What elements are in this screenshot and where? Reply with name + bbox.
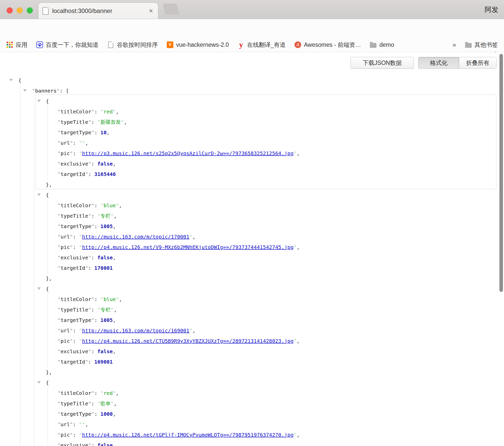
bookmark-awesomes[interactable]: A Awesomes - 前端资… bbox=[294, 41, 361, 49]
json-property: "targetType": 1005, bbox=[0, 221, 116, 232]
json-property: "url": "", bbox=[0, 419, 88, 430]
bookmark-label: 百度一下，你就知道 bbox=[46, 41, 99, 49]
window-minimize-button[interactable] bbox=[17, 7, 23, 13]
bookmark-youdao[interactable]: y 在线翻译_有道 bbox=[237, 41, 286, 49]
profile-name[interactable]: 阿发 bbox=[485, 5, 498, 14]
json-value-string: 歌单 bbox=[101, 400, 111, 407]
json-link[interactable]: http://p3.music.126.net/s25q2x5QyqsAzilC… bbox=[82, 150, 293, 156]
json-property: "pic": "http://p4.music.126.net/V9-MXz6b… bbox=[0, 242, 300, 252]
json-property: "targetType": 10, bbox=[0, 127, 110, 138]
json-link[interactable]: http://p4.music.126.net/tGPljf-IMOCyPvum… bbox=[82, 432, 293, 438]
json-value-number: 1005 bbox=[101, 223, 113, 229]
json-value-string: red bbox=[104, 109, 113, 115]
json-object-open: { bbox=[0, 190, 49, 200]
json-property: "targetType": 1005, bbox=[0, 315, 116, 325]
other-bookmarks-label: 其他书签 bbox=[474, 41, 498, 49]
json-value-string: blue bbox=[104, 296, 116, 302]
json-property: "pic": "http://p4.music.126.net/tGPljf-I… bbox=[0, 430, 300, 440]
json-property: "typeTitle": "专栏", bbox=[0, 305, 117, 315]
bookmark-folder-demo[interactable]: demo bbox=[370, 41, 394, 48]
json-value-boolean: false bbox=[97, 442, 113, 446]
new-tab-button[interactable] bbox=[163, 4, 180, 15]
bookmarks-overflow-icon[interactable]: » bbox=[453, 41, 456, 49]
json-property: "typeTitle": "新碟首发", bbox=[0, 117, 127, 127]
bookmark-apps[interactable]: 应用 bbox=[6, 41, 27, 49]
json-array-open: "banners": [ bbox=[0, 86, 69, 96]
youdao-icon: y bbox=[237, 41, 245, 48]
json-value-number: 3165446 bbox=[94, 171, 116, 177]
window-close-button[interactable] bbox=[7, 7, 13, 13]
json-value-string: 新碟首发 bbox=[101, 119, 121, 125]
bookmark-label: Awesomes - 前端资… bbox=[304, 41, 361, 49]
browser-tab[interactable]: localhost:3000/banner × bbox=[38, 3, 158, 19]
json-object-close: }, bbox=[0, 273, 52, 284]
json-property: "exclusive": false, bbox=[0, 346, 116, 357]
bookmark-google-sort[interactable]: 谷歌按时间排序 bbox=[107, 41, 158, 49]
page-icon bbox=[107, 41, 114, 48]
json-link[interactable]: http://p4.music.126.net/V9-MXz6b2MNhEKju… bbox=[82, 244, 293, 250]
json-value-boolean: false bbox=[97, 161, 113, 167]
json-property: "exclusive": false, bbox=[0, 252, 116, 263]
json-link[interactable]: http://music.163.com/m/topic/170001 bbox=[82, 234, 189, 240]
bookmark-label: demo bbox=[379, 41, 394, 48]
json-property: "typeTitle": "歌单", bbox=[0, 398, 117, 409]
bookmark-label: 应用 bbox=[16, 41, 27, 49]
json-value-string: red bbox=[104, 390, 113, 396]
other-bookmarks[interactable]: 其他书签 bbox=[465, 41, 498, 49]
json-property: "titleColor": "blue", bbox=[0, 200, 122, 211]
folder-icon bbox=[465, 41, 472, 48]
json-value-string: blue bbox=[104, 202, 116, 209]
json-object-open: { bbox=[0, 284, 49, 294]
json-object-open: { bbox=[0, 378, 49, 388]
vue-icon: V bbox=[166, 41, 174, 48]
json-value-string: 专栏 bbox=[101, 213, 111, 219]
json-property: "targetId": 3165446 bbox=[0, 169, 116, 180]
window-zoom-button[interactable] bbox=[27, 7, 33, 13]
json-value-number: 10 bbox=[101, 129, 107, 136]
json-link[interactable]: http://p4.music.126.net/CTU5B9R9y3XyYBZX… bbox=[82, 338, 293, 344]
bookmark-baidu[interactable]: 百度一下，你就知道 bbox=[36, 41, 99, 49]
json-property: "titleColor": "red", bbox=[0, 388, 119, 398]
json-object-open: { bbox=[0, 96, 49, 107]
tab-close-icon[interactable]: × bbox=[148, 7, 154, 14]
window-tab-strip: localhost:3000/banner × 阿发 bbox=[0, 0, 504, 19]
json-property: "typeTitle": "专栏", bbox=[0, 211, 117, 221]
json-object-close: }, bbox=[0, 367, 52, 378]
json-value-number: 1005 bbox=[101, 317, 113, 323]
json-property: "titleColor": "red", bbox=[0, 107, 119, 117]
json-property: "targetType": 1000, bbox=[0, 409, 116, 419]
bookmark-label: 在线翻译_有道 bbox=[247, 41, 286, 49]
bookmark-vue-hackernews[interactable]: V vue-hackernews-2.0 bbox=[166, 41, 229, 48]
bookmark-label: vue-hackernews-2.0 bbox=[176, 41, 229, 48]
json-property: "exclusive": false, bbox=[0, 440, 116, 446]
json-property: "exclusive": false, bbox=[0, 159, 116, 169]
json-property: "url": "http://music.163.com/m/topic/169… bbox=[0, 325, 195, 336]
baidu-paw-icon bbox=[36, 41, 43, 48]
json-property: "targetId": 170001 bbox=[0, 263, 113, 273]
apps-grid-icon bbox=[6, 41, 13, 48]
json-value-boolean: false bbox=[97, 348, 113, 354]
page-content: 下载JSON数据 格式化 折叠所有 {"banners": [{"titleCo… bbox=[0, 52, 504, 446]
page-favicon bbox=[43, 7, 49, 15]
vertical-scrollbar[interactable] bbox=[499, 54, 503, 292]
json-property: "titleColor": "blue", bbox=[0, 294, 122, 305]
json-property: "url": "", bbox=[0, 138, 88, 148]
json-value-boolean: false bbox=[97, 255, 113, 261]
browser-toolbar: ← → ↻ i localhost :3000/banner ☆ V 英 FE … bbox=[0, 19, 504, 38]
json-property: "url": "http://music.163.com/m/topic/170… bbox=[0, 232, 195, 242]
tab-title: localhost:3000/banner bbox=[52, 7, 148, 14]
json-property: "targetId": 169001 bbox=[0, 357, 113, 367]
bookmarks-bar: 应用 百度一下，你就知道 谷歌按时间排序 V vue-hackernews-2.… bbox=[0, 38, 504, 52]
json-value-number: 169001 bbox=[94, 359, 113, 365]
json-tree: {"banners": [{"titleColor": "red","typeT… bbox=[0, 52, 504, 446]
json-value-number: 170001 bbox=[94, 265, 113, 271]
json-property: "pic": "http://p3.music.126.net/s25q2x5Q… bbox=[0, 148, 300, 159]
json-value-number: 1000 bbox=[101, 411, 113, 417]
json-link[interactable]: http://music.163.com/m/topic/169001 bbox=[82, 328, 189, 334]
json-value-string: 专栏 bbox=[101, 307, 111, 313]
json-object-close: }, bbox=[0, 180, 52, 190]
folder-icon bbox=[370, 41, 377, 48]
json-property: "pic": "http://p4.music.126.net/CTU5B9R9… bbox=[0, 336, 300, 346]
json-root-open: { bbox=[0, 75, 21, 86]
bookmark-label: 谷歌按时间排序 bbox=[117, 41, 158, 49]
